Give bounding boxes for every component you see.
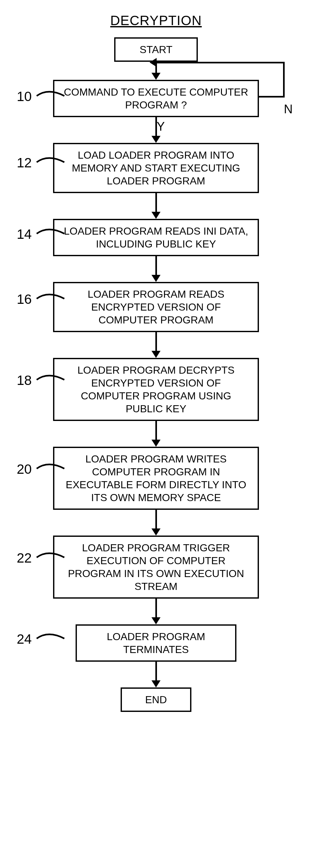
- step-box-20: LOADER PROGRAM WRITES COMPUTER PROGRAM I…: [53, 447, 259, 510]
- edge: [155, 193, 157, 212]
- arrow-down-icon: [152, 351, 160, 358]
- step-box-14: LOADER PROGRAM READS INI DATA, INCLUDING…: [53, 219, 259, 256]
- edge: [155, 599, 157, 618]
- arrow-down-icon: [152, 617, 160, 624]
- step-number: 10: [17, 89, 32, 104]
- step-number: 22: [17, 550, 32, 566]
- arrow-down-icon: [152, 275, 160, 282]
- step-number: 18: [17, 373, 32, 388]
- edge: [155, 510, 157, 529]
- flowchart-column: START 10 COMMAND TO EXECUTE COMPUTER PRO…: [0, 37, 312, 712]
- label-connector: [35, 289, 66, 308]
- edge: [155, 421, 157, 440]
- diagram-title: DECRYPTION: [110, 13, 202, 28]
- label-connector: [35, 224, 66, 243]
- arrow-down-icon: [152, 136, 160, 143]
- step-number: 20: [17, 462, 32, 477]
- start-node: START: [114, 37, 198, 62]
- step-number: 12: [17, 155, 32, 170]
- step-box-16: LOADER PROGRAM READS ENCRYPTED VERSION O…: [53, 282, 259, 332]
- arrow-down-icon: [152, 528, 160, 535]
- step-number: 14: [17, 226, 32, 242]
- label-connector: [35, 459, 66, 478]
- edge: [155, 62, 157, 73]
- arrow-down-icon: [152, 440, 160, 447]
- step-box-24: LOADER PROGRAM TERMINATES: [75, 624, 237, 662]
- edge: [155, 332, 157, 351]
- step-box-18: LOADER PROGRAM DECRYPTS ENCRYPTED VERSIO…: [53, 358, 259, 421]
- label-connector: [35, 370, 66, 390]
- end-node: END: [121, 687, 191, 712]
- edge: [155, 662, 157, 681]
- label-connector: [35, 153, 66, 172]
- no-label: N: [284, 102, 293, 116]
- arrow-down-icon: [152, 73, 160, 80]
- label-connector: [35, 629, 66, 648]
- arrow-down-icon: [152, 680, 160, 687]
- step-box-22: LOADER PROGRAM TRIGGER EXECUTION OF COMP…: [53, 535, 259, 599]
- step-number: 24: [17, 631, 32, 647]
- step-box-12: LOAD LOADER PROGRAM INTO MEMORY AND STAR…: [53, 143, 259, 193]
- edge: [155, 256, 157, 276]
- label-connector: [35, 86, 66, 105]
- label-connector: [35, 548, 66, 567]
- step-number: 16: [17, 291, 32, 307]
- arrow-down-icon: [152, 212, 160, 219]
- decision-block: 10 COMMAND TO EXECUTE COMPUTER PROGRAM ?…: [0, 73, 312, 117]
- yes-label: Y: [157, 120, 165, 133]
- step-box-10: COMMAND TO EXECUTE COMPUTER PROGRAM ?: [53, 80, 259, 117]
